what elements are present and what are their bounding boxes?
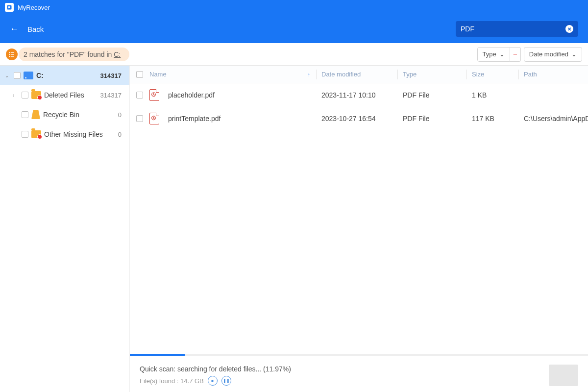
divider <box>397 70 398 79</box>
app-title: MyRecover <box>18 4 50 11</box>
sort-asc-icon: ↑ <box>308 72 311 77</box>
column-label: Name <box>149 71 167 78</box>
filter-date-button[interactable]: Date modified ⌄ <box>524 47 582 62</box>
checkbox[interactable] <box>22 92 28 98</box>
sidebar-item-drive-c[interactable]: ⌄ C: 314317 <box>0 66 129 85</box>
file-name: placeholder.pdf <box>168 91 215 99</box>
drive-icon <box>24 72 33 79</box>
caret-right-icon[interactable]: › <box>13 93 19 98</box>
header: ← Back ✕ <box>0 15 588 43</box>
list-icon <box>6 49 18 60</box>
sidebar-item-count: 314317 <box>100 72 124 79</box>
checkbox[interactable] <box>22 111 28 118</box>
match-drive[interactable]: C: <box>114 50 121 58</box>
file-type: PDF File <box>403 115 466 122</box>
filter-type-label: Type <box>483 50 496 58</box>
column-type-header[interactable]: Type <box>403 71 466 78</box>
divider <box>518 70 519 79</box>
svg-point-1 <box>9 51 10 52</box>
sidebar-item-label: C: <box>36 72 44 79</box>
table-header: Name ↑ Date modified Type Size Path <box>130 66 588 83</box>
sidebar-item-count: 0 <box>118 131 124 138</box>
column-path-header[interactable]: Path <box>524 71 588 78</box>
svg-rect-4 <box>11 54 14 54</box>
file-size: 1 KB <box>472 91 518 99</box>
folder-deleted-icon <box>31 91 41 99</box>
sidebar: ⌄ C: 314317 › Deleted Files 314317 › Rec… <box>0 66 130 392</box>
status-bar: Quick scan: searching for deleted files.… <box>130 356 588 392</box>
clear-search-icon[interactable]: ✕ <box>565 25 573 33</box>
svg-rect-2 <box>11 52 14 52</box>
file-date: 2023-10-27 16:54 <box>321 115 397 122</box>
table-row[interactable]: placeholder.pdf 2023-11-17 10:10 PDF Fil… <box>130 83 588 107</box>
scan-status-sub: File(s) found : 14.7 GB ■ ❚❚ <box>140 376 291 386</box>
checkbox[interactable] <box>14 72 21 79</box>
match-text: 2 matches for "PDF" found in <box>24 50 114 58</box>
pdf-file-icon <box>149 89 159 101</box>
back-button[interactable]: ← Back <box>10 24 44 34</box>
body: ⌄ C: 314317 › Deleted Files 314317 › Rec… <box>0 66 588 392</box>
sidebar-item-count: 314317 <box>100 92 124 99</box>
row-checkbox[interactable] <box>136 92 143 98</box>
recover-button[interactable] <box>549 365 578 386</box>
column-name-header[interactable]: Name ↑ <box>149 71 316 78</box>
column-size-header[interactable]: Size <box>472 71 518 78</box>
file-type: PDF File <box>403 91 466 99</box>
sidebar-item-other-missing[interactable]: › Other Missing Files 0 <box>0 124 129 144</box>
file-size: 117 KB <box>472 115 518 122</box>
match-pill: 2 matches for "PDF" found in C: <box>19 48 129 61</box>
svg-rect-6 <box>11 56 14 56</box>
column-label: Type <box>403 71 416 78</box>
files-found-text: File(s) found : 14.7 GB <box>140 377 204 385</box>
scan-progress-fill <box>130 354 185 356</box>
sidebar-item-deleted-files[interactable]: › Deleted Files 314317 <box>0 85 129 105</box>
filter-date-label: Date modified <box>529 50 568 58</box>
select-all-checkbox[interactable] <box>136 71 143 78</box>
app-logo-icon <box>5 3 14 12</box>
divider <box>316 70 317 79</box>
column-label: Size <box>472 71 484 78</box>
back-arrow-icon: ← <box>10 24 19 34</box>
chevron-down-icon: ⌄ <box>499 50 505 58</box>
sidebar-item-label: Recycle Bin <box>43 111 79 119</box>
caret-down-icon[interactable]: ⌄ <box>5 73 11 78</box>
titlebar: MyRecover <box>0 0 588 15</box>
pdf-file-icon <box>149 113 159 124</box>
table-row[interactable]: printTemplate.pdf 2023-10-27 16:54 PDF F… <box>130 107 588 130</box>
column-label: Date modified <box>321 71 361 78</box>
file-name: printTemplate.pdf <box>168 115 220 122</box>
table-body: placeholder.pdf 2023-11-17 10:10 PDF Fil… <box>130 83 588 354</box>
filter-group: Type ⌄ – Date modified ⌄ <box>477 47 582 62</box>
file-date: 2023-11-17 10:10 <box>321 91 397 99</box>
svg-point-5 <box>9 55 10 56</box>
stop-scan-button[interactable]: ■ <box>208 376 218 386</box>
file-path: C:\Users\admin\AppData\Roami <box>524 115 588 122</box>
pause-scan-button[interactable]: ❚❚ <box>221 376 231 386</box>
svg-point-3 <box>9 53 10 54</box>
toolbar: 2 matches for "PDF" found in C: Type ⌄ –… <box>0 43 588 66</box>
search-input[interactable] <box>461 25 565 33</box>
sidebar-item-label: Deleted Files <box>44 91 84 99</box>
scan-status-text: Quick scan: searching for deleted files.… <box>140 365 291 373</box>
sidebar-item-count: 0 <box>118 111 124 119</box>
folder-missing-icon <box>31 130 41 138</box>
back-label: Back <box>27 25 44 33</box>
filter-type-button[interactable]: Type ⌄ <box>477 47 510 62</box>
search-box: ✕ <box>456 21 578 37</box>
match-summary: 2 matches for "PDF" found in C: <box>6 48 129 61</box>
row-checkbox[interactable] <box>136 115 143 122</box>
sidebar-item-label: Other Missing Files <box>44 130 103 138</box>
column-label: Path <box>524 71 537 78</box>
main-panel: Name ↑ Date modified Type Size Path plac… <box>130 66 588 392</box>
sidebar-item-recycle-bin[interactable]: › Recycle Bin 0 <box>0 105 129 124</box>
column-date-header[interactable]: Date modified <box>321 71 397 78</box>
recycle-bin-icon <box>31 110 40 119</box>
divider <box>466 70 467 79</box>
checkbox[interactable] <box>22 131 28 138</box>
chevron-down-icon: ⌄ <box>571 50 577 58</box>
scan-progress-bar <box>130 354 588 356</box>
filter-type-clear-button[interactable]: – <box>510 47 521 62</box>
